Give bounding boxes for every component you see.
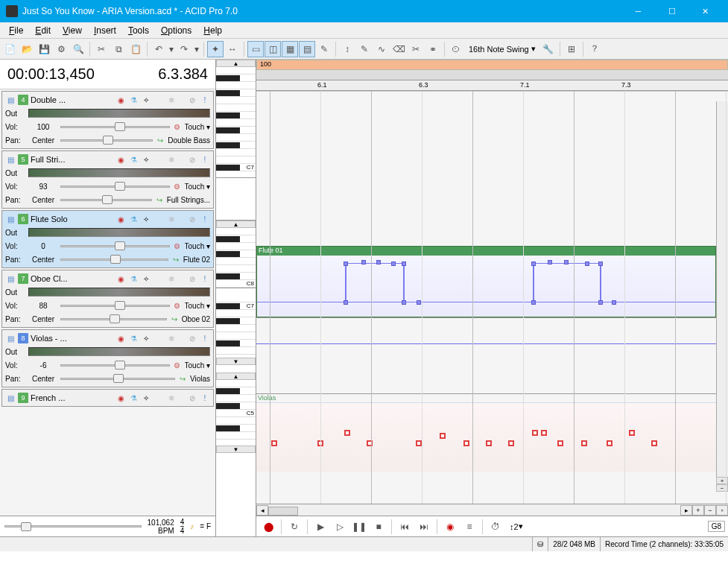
keys-scroll-up-2[interactable]: ▲	[216, 221, 256, 228]
auto-crossfade-button[interactable]: ↔	[224, 41, 241, 57]
stop-button[interactable]: ■	[370, 519, 387, 535]
undo-button[interactable]: ↶	[151, 41, 167, 57]
pan-slider[interactable]	[60, 314, 167, 324]
time-ruler[interactable]: 6.16.37.17.3	[256, 80, 728, 91]
envelope-node[interactable]	[344, 262, 348, 266]
envelope-node[interactable]	[402, 300, 406, 305]
link-tool[interactable]: ⚭	[425, 41, 441, 57]
gear-icon[interactable]: ⚙	[172, 121, 183, 132]
snap-toggle[interactable]: ✦	[207, 41, 224, 57]
open-button[interactable]: 📂	[19, 41, 35, 57]
midi-note[interactable]	[541, 430, 547, 436]
record-button[interactable]: ⬤	[259, 519, 277, 535]
midi-note[interactable]	[629, 430, 635, 436]
midi-note[interactable]	[486, 440, 492, 446]
pan-slider[interactable]	[60, 254, 168, 264]
route-icon[interactable]: ↪	[155, 135, 165, 145]
envelope-node[interactable]	[376, 260, 381, 264]
track-expand-icon[interactable]: ▤	[5, 333, 16, 343]
gear-icon[interactable]: ⚙	[172, 360, 183, 370]
vol-slider[interactable]	[60, 121, 170, 132]
output-route[interactable]: Double Bass	[168, 136, 210, 145]
gear-icon[interactable]: ⚙	[172, 300, 183, 311]
help-button[interactable]: ？	[586, 41, 603, 57]
publish-button[interactable]: ⚙	[53, 41, 69, 57]
solo-icon[interactable]: !	[200, 95, 210, 105]
record-arm-icon[interactable]: ◉	[115, 214, 126, 224]
keys-scroll-down-2[interactable]: ▼	[216, 358, 256, 365]
fx-icon[interactable]: ⚗	[128, 393, 139, 403]
redo-dropdown[interactable]: ▾	[193, 41, 200, 57]
solo-icon[interactable]: !	[200, 273, 210, 284]
pan-slider[interactable]	[60, 135, 153, 145]
track-expand-icon[interactable]: ▤	[5, 95, 16, 105]
track-header[interactable]: ▤ 5 Full Stri... ◉ ⚗ ✧ ❄ ⊘ ! Out Vol: 93…	[1, 150, 214, 209]
record-arm-icon[interactable]: ◉	[115, 333, 126, 343]
horizontal-scrollbar[interactable]: ◂ ▸ + − ▫	[256, 504, 728, 516]
solo-icon[interactable]: !	[200, 393, 210, 403]
mixer-button[interactable]: ⊞	[563, 41, 580, 57]
track-header[interactable]: ▤ 6 Flute Solo ◉ ⚗ ✧ ❄ ⊘ ! Out Vol: 0 ⚙ …	[1, 210, 214, 268]
envelope-node[interactable]	[598, 262, 603, 266]
track-name[interactable]: Full Stri...	[31, 155, 113, 164]
fx-icon[interactable]: ⚗	[128, 273, 139, 284]
play-button[interactable]: ▷	[331, 519, 349, 535]
mute-icon[interactable]: ⊘	[187, 214, 197, 224]
record-arm-icon[interactable]: ◉	[115, 154, 126, 165]
copy-button[interactable]: ⧉	[110, 41, 127, 57]
hscroll-right[interactable]: ▸	[680, 505, 692, 516]
paste-button[interactable]: 📋	[127, 41, 144, 57]
keys-scroll-down-3[interactable]: ▼	[216, 446, 256, 453]
envelope-node[interactable]	[585, 262, 589, 266]
chop-tool[interactable]: ✂	[408, 41, 424, 57]
route-icon[interactable]: ↪	[154, 194, 165, 205]
automation-mode[interactable]: Touch ▾	[185, 242, 210, 250]
go-end-button[interactable]: ⏭	[415, 519, 433, 535]
split-tool[interactable]: ∿	[373, 41, 390, 57]
output-route[interactable]: Full Strings...	[167, 196, 210, 204]
envelope-node[interactable]	[531, 300, 536, 305]
track-name[interactable]: Double ...	[31, 95, 113, 104]
arrangement-view[interactable]: Flute 01	[256, 91, 728, 504]
mute-icon[interactable]: ⊘	[187, 273, 197, 284]
menu-help[interactable]: Help	[197, 24, 228, 37]
vol-slider[interactable]	[60, 241, 170, 251]
vol-slider[interactable]	[60, 360, 170, 370]
midi-note[interactable]	[344, 430, 350, 436]
midi-note[interactable]	[440, 433, 446, 439]
track-name[interactable]: French ...	[31, 393, 113, 402]
record-arm-icon[interactable]: ◉	[115, 393, 126, 403]
automation-icon[interactable]: ✧	[141, 154, 151, 165]
join-tool[interactable]: ⌫	[390, 41, 407, 57]
track-name[interactable]: Violas - ...	[31, 334, 113, 343]
automation-icon[interactable]: ✧	[141, 214, 151, 224]
midi-note[interactable]	[651, 440, 657, 446]
arm-button[interactable]: ◉	[441, 519, 459, 535]
time-select-tool[interactable]: ↕	[339, 41, 355, 57]
envelope-node[interactable]	[417, 300, 421, 305]
event-tool[interactable]: ✎	[356, 41, 373, 57]
keys-scroll-up-3[interactable]: ▲	[216, 373, 256, 380]
automation-mode[interactable]: Touch ▾	[185, 361, 210, 370]
record-arm-icon[interactable]: ◉	[115, 95, 126, 105]
hzoom-in[interactable]: +	[692, 505, 704, 516]
save-button[interactable]: 💾	[36, 41, 52, 57]
solo-icon[interactable]: !	[200, 154, 210, 165]
envelope-node[interactable]	[612, 300, 616, 305]
loop-button[interactable]: ↻	[285, 519, 303, 535]
track-expand-icon[interactable]: ▤	[5, 214, 16, 224]
maximize-button[interactable]: ☐	[655, 0, 689, 22]
marker-lane[interactable]: 100	[256, 60, 728, 70]
track-header[interactable]: ▤ 7 Oboe Cl... ◉ ⚗ ✧ ❄ ⊘ ! Out Vol: 88 ⚙…	[1, 270, 214, 328]
route-icon[interactable]: ↪	[169, 314, 180, 324]
paint-tool[interactable]: ▦	[282, 41, 298, 57]
go-start-button[interactable]: ⏮	[396, 519, 414, 535]
midi-note[interactable]	[416, 440, 422, 446]
timesig-den[interactable]: 4	[180, 526, 185, 535]
automation-icon[interactable]: ✧	[141, 95, 151, 105]
route-icon[interactable]: ↪	[171, 254, 181, 264]
metronome-icon[interactable]: ⏲	[448, 41, 464, 57]
mute-icon[interactable]: ⊘	[187, 154, 197, 165]
count-in-spin[interactable]: ↕ 2 ▾	[506, 519, 527, 535]
track-name[interactable]: Flute Solo	[31, 215, 113, 224]
